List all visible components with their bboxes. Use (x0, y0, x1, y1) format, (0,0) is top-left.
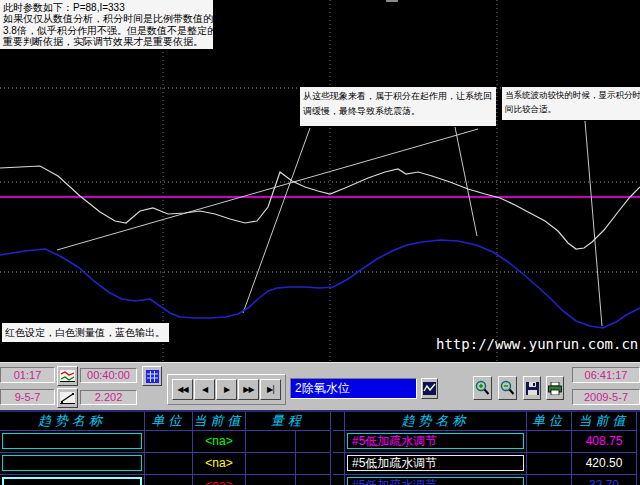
annotation-line: 如果仅仅从数值分析，积分时间是比例带数值的 (3, 13, 210, 24)
left-table-header-unit: 单位 (145, 412, 193, 431)
range-high-cell (296, 475, 331, 485)
annotation-box-parameters: 此时参数如下：P=88,I=333 如果仅仅从数值分析，积分时间是比例带数值的 … (0, 0, 213, 49)
trend-chart-svg (0, 0, 640, 362)
step-forward-button[interactable]: ▶ (216, 379, 237, 400)
cursor-value-field: 2.202 (80, 390, 137, 405)
trend-data-tables: 趋势名称 单位 当前值 量程 <na> <na> <na> 趋势名称 单位 当前… (0, 410, 640, 485)
zoom-out-icon (500, 380, 515, 396)
color-legend-note: 红色设定，白色测量值，蓝色输出。 (2, 323, 169, 342)
current-value-cell: <na> (193, 453, 246, 475)
top-tick-mark (386, 0, 398, 2)
left-table-header-name: 趋势名称 (0, 412, 145, 431)
time-span-field: 00:40:00 (80, 368, 137, 383)
trend-name-cell[interactable]: #5低加疏水调节 (347, 477, 524, 485)
print-icon (548, 382, 562, 395)
annotation-line: 从这些现象来看，属于积分在起作用，让系统回 (303, 89, 493, 104)
current-value-cell: <na> (193, 431, 246, 453)
annotation-line: 重要判断依据，实际调节效果才是重要依据。 (3, 36, 210, 47)
end-date-field: 2009-5-7 (572, 389, 640, 405)
start-time-field: 01:17 (0, 367, 55, 383)
current-value-cell: 32.70 (572, 475, 637, 485)
current-value-cell: 420.50 (572, 453, 637, 475)
spacer-cell (333, 475, 345, 485)
unit-cell (145, 431, 193, 453)
table-cell (0, 453, 145, 475)
scale-line-button[interactable] (57, 388, 78, 408)
unit-cell (527, 475, 572, 485)
range-high-cell (296, 431, 331, 453)
trend-select-field[interactable]: 2除氧水位 (290, 378, 417, 399)
start-date-field: 9-5-7 (0, 389, 55, 405)
annotation-line: 此时参数如下：P=88,I=333 (3, 2, 210, 13)
table-cell (0, 431, 145, 453)
playback-panel: ◀◀ ◀ ▶ ▶▶ ▶| (167, 374, 286, 405)
annotation-line: 间比较合适。 (505, 103, 637, 117)
value-table-icon (146, 370, 159, 383)
range-low-cell (246, 431, 296, 453)
annotation-line: 3.8倍，似乎积分作用不强。但是数值不是整定的 (3, 25, 210, 36)
save-button[interactable] (523, 376, 541, 400)
scale-line-icon (60, 392, 75, 404)
save-icon (526, 382, 539, 395)
trend-name-cell[interactable] (2, 477, 142, 485)
table-cell: #5低加疏水调节 (345, 431, 527, 453)
go-to-end-button[interactable]: ▶| (260, 379, 281, 400)
step-back-button[interactable]: ◀ (194, 379, 215, 400)
trend-name-cell[interactable] (2, 455, 142, 471)
current-value-cell: 408.75 (572, 431, 637, 453)
left-table-header-value: 当前值 (193, 412, 246, 431)
annotation-line: 调缓慢，最终导致系统震荡。 (303, 104, 493, 119)
trend-name-cell[interactable]: #5低加疏水调节 (347, 455, 524, 471)
print-button[interactable] (546, 376, 564, 400)
annotation-box-oscillation: 当系统波动较快的时候，显示积分时 间比较合适。 (502, 87, 640, 120)
spacer-cell (333, 412, 345, 431)
right-table-header-unit: 单位 (527, 412, 572, 431)
zoom-in-button[interactable] (473, 376, 492, 400)
right-table-header-name: 趋势名称 (345, 412, 527, 431)
fast-forward-button[interactable]: ▶▶ (238, 379, 259, 400)
zoom-in-icon (475, 380, 490, 396)
trend-name-cell[interactable]: #5低加疏水调节 (347, 433, 524, 449)
annotation-line: 当系统波动较快的时候，显示积分时 (505, 89, 637, 103)
zoom-out-button[interactable] (498, 376, 517, 400)
range-high-cell (296, 453, 331, 475)
end-time-field: 06:41:17 (572, 367, 640, 383)
toolbar: 01:17 9-5-7 00:40:00 2.202 (0, 362, 640, 410)
current-value-cell: <na> (193, 475, 246, 485)
trend-viewer-window: 此时参数如下：P=88,I=333 如果仅仅从数值分析，积分时间是比例带数值的 … (0, 0, 640, 485)
right-table-header-value: 当前值 (572, 412, 637, 431)
table-cell (0, 475, 145, 485)
table-cell: #5低加疏水调节 (345, 453, 527, 475)
unit-cell (145, 453, 193, 475)
trend-curves-icon (60, 370, 75, 382)
unit-cell (145, 475, 193, 485)
spacer-cell (333, 431, 345, 453)
watermark-url: http://www.yunrun.com.cn (436, 336, 640, 354)
unit-cell (527, 431, 572, 453)
chart-view-button[interactable] (421, 378, 438, 399)
range-low-cell (246, 453, 296, 475)
table-cell: #5低加疏水调节 (345, 475, 527, 485)
rewind-button[interactable]: ◀◀ (172, 379, 193, 400)
trend-curves-button[interactable] (57, 366, 78, 386)
unit-cell (527, 453, 572, 475)
range-low-cell (246, 475, 296, 485)
annotation-box-integral: 从这些现象来看，属于积分在起作用，让系统回 调缓慢，最终导致系统震荡。 (300, 87, 496, 126)
left-table-header-range: 量程 (246, 412, 331, 431)
trend-name-cell[interactable] (2, 433, 142, 449)
chart-view-icon (423, 382, 436, 395)
value-table-button[interactable] (142, 366, 162, 386)
spacer-cell (333, 453, 345, 475)
trend-chart-area[interactable]: 此时参数如下：P=88,I=333 如果仅仅从数值分析，积分时间是比例带数值的 … (0, 0, 640, 362)
